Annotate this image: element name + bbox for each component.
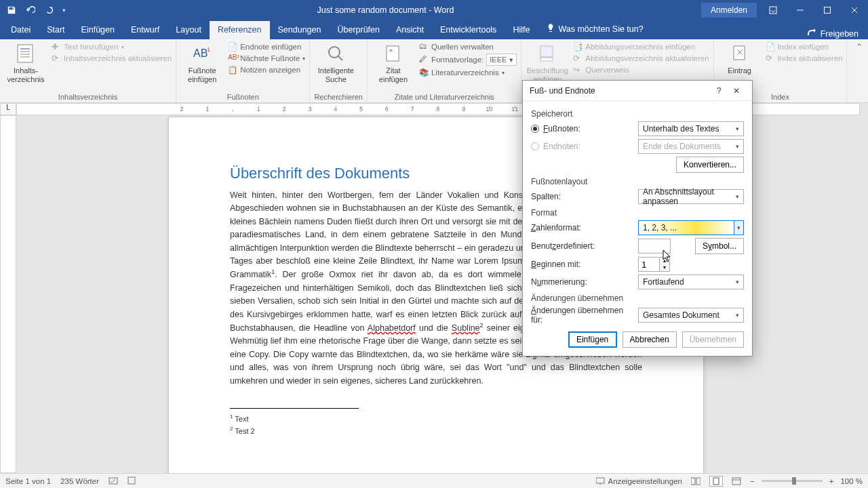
footnote-1: 1 Text	[230, 413, 642, 425]
svg-text:”: ”	[389, 47, 393, 58]
dialog-close-button[interactable]: ✕	[728, 86, 745, 96]
columns-select[interactable]: An Abschnittslayout anpassen▾	[638, 189, 744, 204]
smart-lookup-button[interactable]: Intelligente Suche	[314, 42, 357, 84]
number-format-select[interactable]: 1, 2, 3, ...▾	[638, 220, 744, 235]
ruler-corner[interactable]: L	[0, 103, 16, 115]
collapse-ribbon-icon[interactable]: ⌃	[856, 42, 863, 52]
apply-to-label: Änderungen übernehmen für:	[531, 306, 633, 325]
insert-figures-list-button[interactable]: 📑Abbildungsverzeichnis einfügen	[573, 42, 709, 52]
add-text-button[interactable]: ✚Text hinzufügen▾	[52, 42, 172, 52]
insert-caption-button[interactable]: Beschriftung einfügen	[526, 42, 569, 84]
tab-layout[interactable]: Layout	[167, 21, 210, 39]
minimize-button[interactable]	[787, 0, 814, 20]
page-status[interactable]: Seite 1 von 1	[5, 477, 51, 485]
tab-sendungen[interactable]: Sendungen	[270, 21, 330, 39]
tab-ueberpruefen[interactable]: Überprüfen	[329, 21, 388, 39]
update-toc-button[interactable]: ⟳Inhaltsverzeichnis aktualisieren	[52, 54, 172, 63]
toc-button[interactable]: Inhalts- verzeichnis	[4, 42, 47, 84]
footnote-endnote-dialog: Fuß- und Endnote ? ✕ Speicherort Fußnote…	[522, 80, 753, 357]
lightbulb-icon	[546, 23, 555, 35]
custom-mark-label: Benutzerdefiniert:	[531, 241, 633, 251]
insert-index-button[interactable]: 📄Index einfügen	[766, 42, 843, 52]
mark-entry-button[interactable]: Eintrag	[718, 42, 762, 75]
cross-reference-button[interactable]: ↪Querverweis	[573, 65, 709, 75]
ruler-tick: 1	[245, 106, 271, 113]
insert-footnote-button[interactable]: AB1 Fußnote einfügen	[180, 42, 224, 84]
ribbon-group-citations: ” Zitat einfügen 🗂Quellen verwalten 🖉For…	[368, 39, 521, 102]
cancel-button[interactable]: Abbrechen	[623, 331, 677, 348]
spinner-down-icon[interactable]: ▼	[660, 264, 669, 271]
redo-button[interactable]	[42, 3, 57, 18]
symbol-button[interactable]: Symbol...	[695, 238, 744, 254]
zoom-out-button[interactable]: −	[750, 477, 755, 485]
update-index-button[interactable]: ⟳Index aktualisieren	[766, 54, 843, 63]
insert-citation-button[interactable]: ” Zitat einfügen	[372, 42, 415, 84]
undo-button[interactable]	[23, 3, 38, 18]
tab-entwurf[interactable]: Entwurf	[123, 21, 167, 39]
word-count[interactable]: 235 Wörter	[60, 477, 99, 485]
svg-rect-22	[596, 478, 604, 483]
numbering-select[interactable]: Fortlaufend▾	[638, 274, 744, 289]
tab-start[interactable]: Start	[39, 21, 73, 39]
bibliography-button[interactable]: 📚Literaturverzeichnis▾	[419, 68, 517, 77]
footnotes-location-select[interactable]: Unterhalb des Textes▾	[638, 121, 744, 136]
start-at-input[interactable]	[638, 257, 660, 272]
footnotes-radio[interactable]: Fußnoten:	[531, 124, 633, 134]
layout-group-label: Fußnotenlayout	[531, 177, 744, 186]
tab-ansicht[interactable]: Ansicht	[388, 21, 432, 39]
svg-rect-27	[732, 478, 741, 485]
dialog-title: Fuß- und Endnote	[530, 86, 710, 96]
svg-point-0	[51, 7, 52, 8]
ruler-tick: 6	[374, 106, 399, 113]
svg-rect-17	[540, 46, 553, 57]
zoom-slider[interactable]	[762, 480, 823, 482]
save-button[interactable]	[4, 3, 19, 18]
number-format-label: Zahlenformat:	[531, 223, 633, 232]
share-icon	[807, 28, 816, 39]
ribbon-group-footnotes: AB1 Fußnote einfügen 📄Endnote einfügen A…	[176, 39, 310, 102]
columns-label: Spalten:	[531, 192, 633, 201]
apply-button[interactable]: Übernehmen	[682, 331, 744, 348]
display-settings-button[interactable]: Anzeigeeinstellungen	[596, 477, 682, 485]
ribbon-display-options-icon[interactable]	[760, 0, 787, 20]
maximize-button[interactable]	[814, 0, 841, 20]
ruler-tick: 2	[271, 106, 297, 113]
qat-customize-icon[interactable]: ▾	[62, 7, 66, 14]
citation-style-combo[interactable]: 🖉Formatvorlage: IEEE▾	[419, 54, 517, 66]
zoom-level[interactable]: 100 %	[840, 477, 863, 485]
svg-rect-15	[387, 46, 399, 61]
zoom-in-button[interactable]: +	[829, 477, 834, 485]
close-button[interactable]	[841, 0, 868, 20]
vertical-ruler[interactable]	[0, 115, 16, 473]
manage-sources-button[interactable]: 🗂Quellen verwalten	[419, 42, 517, 52]
web-layout-view-button[interactable]	[730, 476, 743, 487]
tab-entwicklertools[interactable]: Entwicklertools	[432, 21, 505, 39]
dialog-help-button[interactable]: ?	[710, 86, 728, 96]
convert-button[interactable]: Konvertieren...	[676, 157, 744, 173]
share-button[interactable]: Freigeben	[821, 29, 859, 39]
ribbon-group-toc: Inhalts- verzeichnis ✚Text hinzufügen▾ ⟳…	[0, 39, 176, 102]
next-footnote-button[interactable]: AB¹Nächste Fußnote▾	[228, 54, 305, 63]
ribbon-group-research: Intelligente Suche Recherchieren	[310, 39, 368, 102]
status-bar: Seite 1 von 1 235 Wörter Anzeigeeinstell…	[0, 473, 868, 488]
apply-to-select[interactable]: Gesamtes Dokument▾	[638, 308, 744, 323]
update-figures-list-button[interactable]: ⟳Abbildungsverzeichnis aktualisieren	[573, 54, 709, 63]
ruler-tick: 1	[195, 106, 220, 113]
ruler-tick: 10	[477, 106, 502, 113]
insert-endnote-button[interactable]: 📄Endnote einfügen	[228, 42, 305, 52]
proofing-icon[interactable]	[108, 476, 118, 487]
print-layout-view-button[interactable]	[709, 476, 723, 487]
tell-me-search[interactable]: Was möchten Sie tun?	[538, 19, 651, 39]
endnotes-radio[interactable]: Endnoten:	[531, 142, 633, 151]
read-mode-view-button[interactable]	[689, 476, 703, 487]
tab-datei[interactable]: Datei	[3, 21, 39, 39]
sign-in-button[interactable]: Anmelden	[701, 3, 757, 18]
macro-icon[interactable]	[127, 476, 136, 487]
svg-rect-18	[540, 58, 553, 61]
insert-button[interactable]: Einfügen	[568, 331, 617, 348]
ruler-tick: 8	[425, 106, 451, 113]
show-notes-button[interactable]: 📋Notizen anzeigen	[228, 65, 305, 75]
tab-einfuegen[interactable]: Einfügen	[73, 21, 123, 39]
tab-referenzen[interactable]: Referenzen	[210, 21, 270, 39]
tab-hilfe[interactable]: Hilfe	[505, 21, 538, 39]
